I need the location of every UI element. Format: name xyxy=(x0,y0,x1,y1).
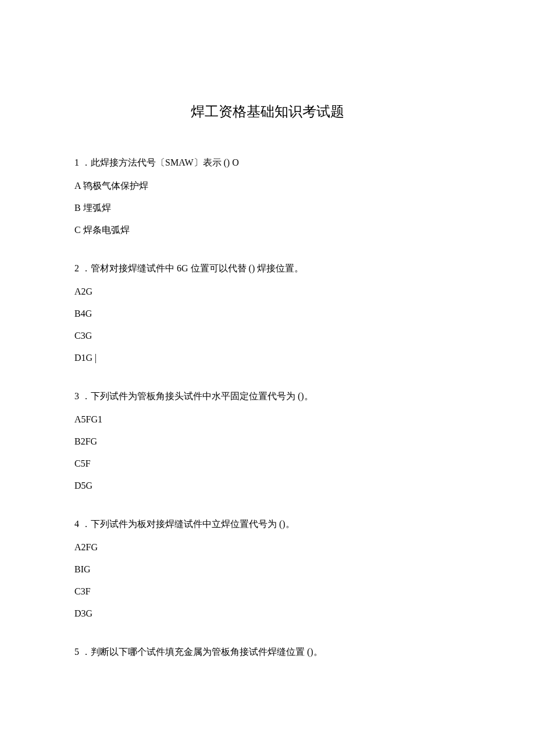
option-a: A2FG xyxy=(74,540,461,554)
option-group: A2G B4G C3G D1G | xyxy=(74,285,461,365)
question-text: ．下列试件为板对接焊缝试件中立焊位置代号为 ()。 xyxy=(81,519,295,529)
question-number: 4 xyxy=(74,519,79,529)
question-stem: 4 ．下列试件为板对接焊缝试件中立焊位置代号为 ()。 xyxy=(74,517,461,531)
option-c: C3G xyxy=(74,329,461,343)
question-1: 1 ．此焊接方法代号〔SMAW〕表示 () O A 鸨极气体保护焊 B 埋弧焊 … xyxy=(74,156,461,237)
question-text: ．管材对接焊缝试件中 6G 位置可以代替 () 焊接位置。 xyxy=(81,263,304,273)
option-d: D5G xyxy=(74,479,461,493)
option-group: A5FG1 B2FG C5F D5G xyxy=(74,413,461,493)
question-number: 1 xyxy=(74,157,79,167)
option-a: A 鸨极气体保护焊 xyxy=(74,179,461,193)
option-b: B4G xyxy=(74,307,461,321)
question-stem: 3 ．下列试件为管板角接头试件中水平固定位置代号为 ()。 xyxy=(74,389,461,403)
option-b: B 埋弧焊 xyxy=(74,201,461,215)
option-c: C 焊条电弧焊 xyxy=(74,223,461,237)
question-stem: 5 ．判断以下哪个试件填充金属为管板角接试件焊缝位置 ()。 xyxy=(74,645,461,659)
option-c: C3F xyxy=(74,585,461,599)
question-text: ．判断以下哪个试件填充金属为管板角接试件焊缝位置 ()。 xyxy=(81,647,323,657)
option-group: A 鸨极气体保护焊 B 埋弧焊 C 焊条电弧焊 xyxy=(74,179,461,237)
question-stem: 2 ．管材对接焊缝试件中 6G 位置可以代替 () 焊接位置。 xyxy=(74,261,461,275)
option-d: D3G xyxy=(74,607,461,621)
option-b: B2FG xyxy=(74,435,461,449)
question-text: ．下列试件为管板角接头试件中水平固定位置代号为 ()。 xyxy=(81,391,313,401)
question-5: 5 ．判断以下哪个试件填充金属为管板角接试件焊缝位置 ()。 xyxy=(74,645,461,659)
option-a: A5FG1 xyxy=(74,413,461,427)
option-b: BIG xyxy=(74,562,461,576)
option-group: A2FG BIG C3F D3G xyxy=(74,540,461,621)
question-number: 3 xyxy=(74,391,79,401)
document-title: 焊工资格基础知识考试题 xyxy=(74,102,461,121)
option-d: D1G | xyxy=(74,351,461,365)
option-c: C5F xyxy=(74,457,461,471)
question-text: ．此焊接方法代号〔SMAW〕表示 () O xyxy=(81,157,239,167)
question-number: 5 xyxy=(74,647,79,657)
option-a: A2G xyxy=(74,285,461,299)
question-number: 2 xyxy=(74,263,79,273)
question-3: 3 ．下列试件为管板角接头试件中水平固定位置代号为 ()。 A5FG1 B2FG… xyxy=(74,389,461,493)
question-2: 2 ．管材对接焊缝试件中 6G 位置可以代替 () 焊接位置。 A2G B4G … xyxy=(74,261,461,365)
question-stem: 1 ．此焊接方法代号〔SMAW〕表示 () O xyxy=(74,156,461,170)
document-page: 焊工资格基础知识考试题 1 ．此焊接方法代号〔SMAW〕表示 () O A 鸨极… xyxy=(0,0,535,659)
question-4: 4 ．下列试件为板对接焊缝试件中立焊位置代号为 ()。 A2FG BIG C3F… xyxy=(74,517,461,621)
